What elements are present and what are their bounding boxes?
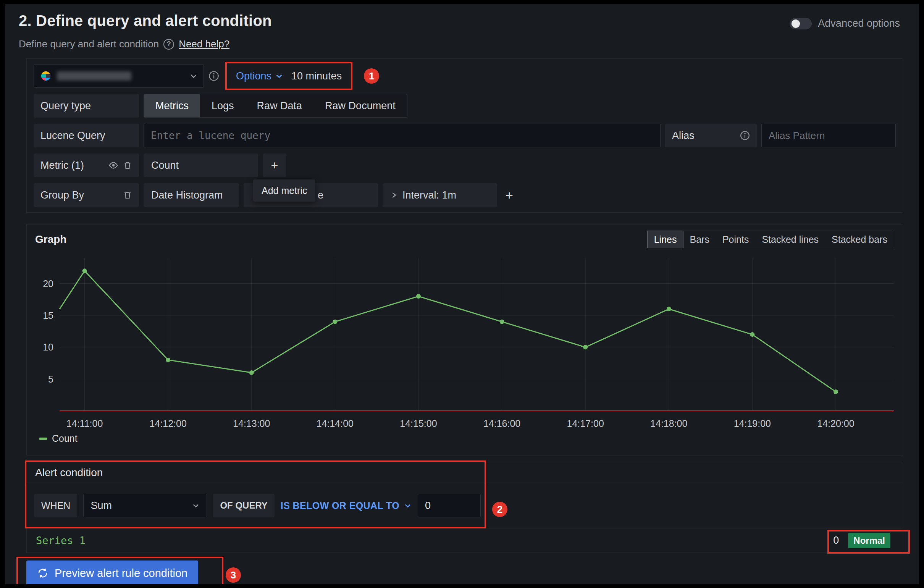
add-metric-button[interactable]: + (263, 154, 286, 177)
preview-alert-button[interactable]: Preview alert rule condition (26, 560, 198, 584)
svg-text:14:15:00: 14:15:00 (400, 418, 437, 429)
chart-legend: Count (39, 433, 903, 444)
svg-text:14:20:00: 14:20:00 (817, 418, 854, 429)
graph-mode-group: Lines Bars Points Stacked lines Stacked … (647, 231, 894, 248)
annotation-badge-1: 1 (364, 68, 379, 84)
options-label: Options (236, 70, 271, 82)
preview-alert-button-label: Preview alert rule condition (54, 567, 188, 580)
lucene-query-placeholder: Enter a lucene query (151, 130, 270, 141)
chevron-right-icon (390, 191, 398, 199)
svg-text:20: 20 (43, 278, 53, 289)
annotation-badge-2: 2 (492, 502, 507, 517)
mode-bars[interactable]: Bars (683, 231, 716, 248)
svg-text:14:12:00: 14:12:00 (150, 418, 187, 429)
threshold-value-input[interactable]: 0 (418, 494, 481, 517)
alias-label-text: Alias (672, 130, 695, 142)
legend-swatch (39, 438, 47, 440)
advanced-options-label: Advanced options (818, 18, 900, 30)
alias-label: Alias (665, 124, 757, 147)
query-type-tab-group: Metrics Logs Raw Data Raw Document (144, 94, 408, 117)
options-dropdown[interactable]: Options (236, 70, 283, 82)
of-query-label: OF QUERY (213, 494, 274, 517)
tab-raw-data[interactable]: Raw Data (246, 94, 314, 117)
series-state-badge: Normal (848, 533, 890, 548)
datasource-row: Options 10 minutes 1 (34, 64, 896, 88)
mode-points[interactable]: Points (716, 231, 755, 248)
chevron-down-icon (404, 502, 412, 509)
refresh-icon (37, 567, 48, 579)
lucene-query-row: Lucene Query Enter a lucene query Alias … (34, 124, 896, 147)
mode-stacked-lines[interactable]: Stacked lines (755, 231, 825, 248)
svg-text:14:17:00: 14:17:00 (567, 418, 604, 429)
advanced-options-row: Advanced options (790, 18, 900, 30)
alert-condition-panel: Alert condition WHEN Sum OF QUERY IS BEL… (26, 462, 903, 553)
svg-text:15: 15 (43, 310, 53, 321)
toggle-knob (792, 20, 800, 28)
svg-text:14:11:00: 14:11:00 (66, 418, 103, 429)
mode-lines[interactable]: Lines (648, 231, 683, 248)
metric-label-text: Metric (1) (40, 160, 104, 172)
operator-text: IS BELOW OR EQUAL TO (280, 500, 399, 511)
time-range-value: 10 minutes (291, 70, 342, 82)
svg-text:5: 5 (48, 374, 53, 385)
series-result: 0 Normal (833, 533, 893, 548)
tab-logs[interactable]: Logs (200, 94, 246, 117)
lucene-query-label: Lucene Query (34, 124, 139, 147)
series-name: Series 1 (36, 535, 86, 547)
eye-icon[interactable] (109, 160, 118, 170)
series-row: Series 1 0 Normal (27, 528, 903, 552)
need-help-link[interactable]: Need help? (179, 38, 229, 50)
metric-label: Metric (1) (34, 154, 139, 177)
alias-pattern-placeholder: Alias Pattern (769, 130, 825, 142)
interval-button[interactable]: Interval: 1m (383, 183, 497, 207)
aggregation-select[interactable]: Sum (83, 494, 207, 517)
group-by-label-text: Group By (40, 189, 118, 201)
aggregation-value: Sum (91, 500, 112, 512)
group-by-type-button[interactable]: Date Histogram (144, 183, 239, 207)
mode-stacked-bars[interactable]: Stacked bars (825, 231, 894, 248)
svg-text:14:14:00: 14:14:00 (317, 418, 353, 429)
alert-condition-title: Alert condition (27, 462, 903, 483)
metric-agg-button[interactable]: Count (144, 154, 258, 177)
series-value: 0 (833, 535, 839, 547)
group-by-field-fragment: e (318, 189, 323, 201)
operator-dropdown[interactable]: IS BELOW OR EQUAL TO (280, 500, 412, 511)
svg-text:14:19:00: 14:19:00 (734, 418, 771, 429)
info-icon[interactable] (208, 71, 219, 81)
interval-text: Interval: 1m (403, 189, 456, 201)
trash-icon[interactable] (123, 190, 132, 200)
annotation-badge-3: 3 (226, 567, 241, 583)
lucene-query-input[interactable]: Enter a lucene query (144, 124, 660, 147)
page-subtitle-row: Define query and alert condition ? Need … (19, 38, 229, 50)
elasticsearch-logo-icon (40, 70, 51, 82)
chevron-down-icon (192, 502, 200, 509)
group-by-label: Group By (34, 183, 139, 207)
when-label: WHEN (35, 494, 77, 517)
graph-header: Graph Lines Bars Points Stacked lines St… (27, 225, 903, 251)
graph-title: Graph (35, 233, 66, 246)
svg-text:14:13:00: 14:13:00 (233, 418, 270, 429)
help-icon[interactable]: ? (163, 39, 174, 50)
advanced-options-toggle[interactable] (790, 18, 812, 30)
svg-text:10: 10 (43, 342, 53, 352)
tab-raw-document[interactable]: Raw Document (314, 94, 407, 117)
page-title: 2. Define query and alert condition (19, 12, 272, 30)
group-by-row: Group By Date Histogram e Interval: 1m +… (34, 183, 896, 207)
info-icon[interactable] (740, 130, 750, 140)
line-chart: 510152014:11:0014:12:0014:13:0014:14:001… (30, 251, 900, 431)
chevron-down-icon (190, 72, 197, 80)
alias-pattern-input[interactable]: Alias Pattern (761, 124, 896, 147)
trash-icon[interactable] (123, 161, 132, 170)
options-highlight-box: Options 10 minutes (225, 62, 352, 90)
query-type-label: Query type (34, 94, 139, 117)
query-editor-panel: Options 10 minutes 1 Query type Metrics … (26, 58, 903, 213)
legend-label[interactable]: Count (52, 433, 78, 444)
svg-text:14:18:00: 14:18:00 (650, 418, 687, 429)
tab-metrics[interactable]: Metrics (144, 94, 200, 117)
query-type-row: Query type Metrics Logs Raw Data Raw Doc… (34, 94, 896, 117)
graph-panel: Graph Lines Bars Points Stacked lines St… (26, 224, 903, 456)
add-group-by-button[interactable]: + (502, 188, 517, 203)
datasource-select[interactable] (34, 64, 204, 88)
datasource-name-redacted (57, 71, 131, 81)
page-subtitle: Define query and alert condition (19, 38, 159, 50)
